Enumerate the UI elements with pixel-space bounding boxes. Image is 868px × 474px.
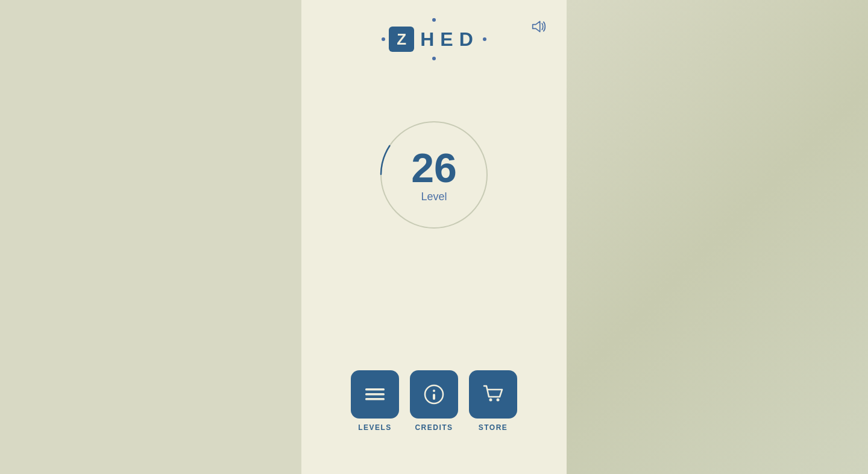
credits-button[interactable] [410, 370, 458, 419]
menu-lines-icon [364, 386, 386, 403]
right-panel [567, 0, 868, 474]
logo-area: Z HED [382, 18, 486, 60]
store-btn-container: STORE [469, 370, 517, 432]
level-inner: 26 Level [411, 147, 457, 203]
svg-point-9 [497, 399, 500, 402]
levels-button[interactable] [351, 370, 399, 419]
store-label: STORE [479, 423, 508, 432]
left-panel [0, 0, 301, 474]
svg-point-8 [489, 399, 492, 402]
logo-dot-left [382, 37, 385, 41]
svg-rect-7 [433, 394, 435, 400]
logo-dot-right [483, 37, 486, 41]
bottom-buttons: LEVELS CREDITS [351, 370, 517, 432]
info-circle-icon [423, 384, 445, 405]
logo-z-box: Z [389, 27, 414, 52]
logo-dot-bottom [432, 57, 436, 60]
logo-row: Z HED [382, 27, 486, 52]
level-label: Level [421, 191, 447, 203]
logo-letter: Z [397, 30, 406, 49]
credits-btn-container: CREDITS [410, 370, 458, 432]
shopping-cart-icon [482, 384, 505, 405]
svg-rect-2 [365, 388, 385, 391]
credits-label: CREDITS [415, 423, 453, 432]
levels-label: LEVELS [358, 423, 392, 432]
logo-dot-top [432, 18, 436, 22]
svg-point-6 [433, 390, 435, 392]
sound-button[interactable] [528, 17, 550, 40]
logo-text: HED [418, 28, 479, 51]
main-panel: Z HED 26 Level [301, 0, 567, 474]
svg-rect-4 [365, 398, 385, 400]
level-number: 26 [411, 147, 457, 188]
store-button[interactable] [469, 370, 517, 419]
svg-rect-3 [365, 393, 385, 396]
levels-btn-container: LEVELS [351, 370, 399, 432]
level-container[interactable]: 26 Level [374, 115, 494, 235]
